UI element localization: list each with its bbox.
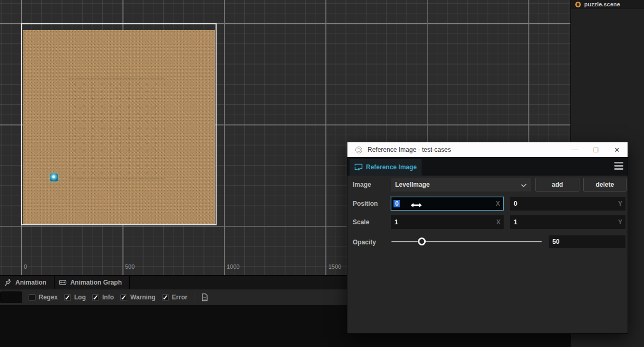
image-select[interactable]: LevelImage bbox=[391, 178, 531, 191]
warning-checkbox[interactable]: ✓ bbox=[120, 294, 127, 301]
reference-image-icon bbox=[354, 163, 363, 171]
filter-warning[interactable]: ✓ Warning bbox=[120, 294, 156, 301]
selection-rectangle bbox=[21, 23, 217, 225]
tab-reference-image-label: Reference Image bbox=[366, 163, 417, 171]
image-label: Image bbox=[353, 181, 371, 188]
tab-animation-label: Animation bbox=[15, 279, 47, 286]
animation-icon bbox=[4, 279, 12, 286]
filter-log[interactable]: ✓ Log bbox=[64, 294, 86, 301]
filter-error[interactable]: ✓ Error bbox=[162, 294, 187, 301]
axis-y-suffix: Y bbox=[618, 218, 622, 226]
close-button[interactable]: ✕ bbox=[606, 142, 628, 157]
app-logo-icon bbox=[355, 147, 362, 153]
axis-y-suffix: Y bbox=[618, 200, 622, 207]
dialog-titlebar[interactable]: Reference Image - test-cases — □ ✕ bbox=[347, 142, 628, 157]
divider bbox=[194, 293, 194, 302]
chevron-down-icon bbox=[521, 182, 526, 187]
hierarchy-item-puzzle-scene[interactable]: puzzle.scene bbox=[571, 0, 644, 9]
opacity-value-field[interactable]: 50 bbox=[549, 235, 625, 248]
editor-window: 0 500 1000 1500 puzzle.scene Animation bbox=[0, 0, 644, 347]
axis-x-suffix: X bbox=[496, 200, 500, 207]
regex-checkbox[interactable] bbox=[29, 294, 35, 301]
player-sprite[interactable] bbox=[50, 174, 58, 181]
position-label: Position bbox=[353, 200, 378, 207]
dialog-tabstrip: Reference Image bbox=[347, 157, 628, 176]
position-y-field[interactable]: 0 Y bbox=[510, 197, 625, 211]
ruler-label-500: 500 bbox=[125, 263, 135, 270]
tab-animation-graph-label: Animation Graph bbox=[70, 279, 122, 286]
error-checkbox[interactable]: ✓ bbox=[162, 294, 169, 301]
maximize-button[interactable]: □ bbox=[585, 142, 606, 157]
axis-x-suffix: X bbox=[496, 218, 500, 226]
ruler-label-1500: 1500 bbox=[328, 263, 341, 270]
filter-regex[interactable]: Regex bbox=[29, 294, 58, 301]
scale-label: Scale bbox=[353, 218, 369, 226]
minimize-button[interactable]: — bbox=[564, 142, 585, 157]
filter-info[interactable]: ✓ Info bbox=[92, 294, 114, 301]
log-checkbox[interactable]: ✓ bbox=[64, 294, 71, 301]
tab-reference-image[interactable]: Reference Image bbox=[350, 159, 422, 176]
dialog-title: Reference Image - test-cases bbox=[368, 146, 451, 153]
tab-animation[interactable]: Animation bbox=[0, 276, 55, 289]
animation-graph-icon bbox=[59, 279, 67, 286]
position-x-field[interactable]: 0 X bbox=[391, 197, 504, 211]
slider-knob[interactable] bbox=[418, 238, 426, 245]
scale-y-field[interactable]: 1 Y bbox=[510, 215, 625, 229]
ruler-label-1000: 1000 bbox=[227, 263, 239, 270]
menu-icon[interactable] bbox=[614, 162, 623, 170]
hierarchy-item-label: puzzle.scene bbox=[584, 1, 620, 7]
scene-node-icon bbox=[575, 2, 581, 7]
add-button[interactable]: add bbox=[535, 178, 579, 191]
slider-track[interactable] bbox=[391, 241, 542, 242]
log-file-icon[interactable] bbox=[201, 293, 209, 302]
ruler-label-0: 0 bbox=[24, 263, 27, 270]
console-search-input[interactable] bbox=[0, 291, 22, 303]
scale-x-field[interactable]: 1 X bbox=[391, 215, 504, 229]
tab-animation-graph[interactable]: Animation Graph bbox=[55, 276, 130, 289]
opacity-label: Opacity bbox=[353, 239, 376, 246]
info-checkbox[interactable]: ✓ bbox=[92, 294, 99, 301]
delete-button[interactable]: delete bbox=[583, 178, 627, 191]
opacity-slider[interactable] bbox=[391, 235, 542, 248]
reference-image-dialog: Reference Image - test-cases — □ ✕ Refer… bbox=[347, 142, 628, 334]
